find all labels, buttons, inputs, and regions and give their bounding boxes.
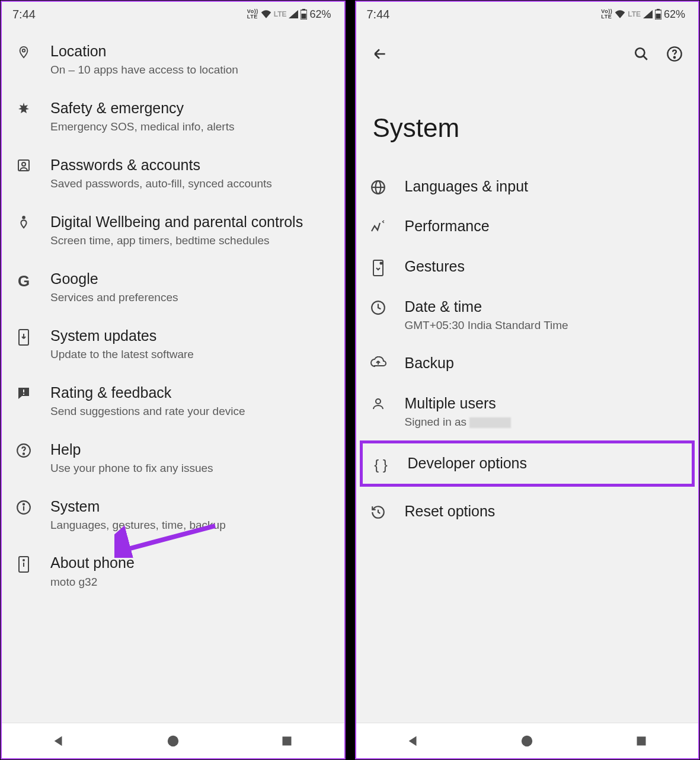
sidebar-item-help[interactable]: Help Use your phone to fix any issues (2, 430, 344, 487)
item-title: System (50, 497, 331, 516)
sidebar-item-passwords[interactable]: Passwords & accounts Saved passwords, au… (2, 145, 344, 202)
item-title: Google (50, 270, 331, 288)
sidebar-item-location[interactable]: Location On – 10 apps have access to loc… (2, 31, 344, 88)
braces-icon: { } (374, 456, 388, 473)
system-list[interactable]: Languages & input Performance Gestures D… (356, 167, 699, 723)
status-time: 7:44 (367, 8, 390, 21)
svg-point-35 (522, 735, 532, 746)
svg-point-6 (23, 216, 25, 219)
item-title: Location (50, 42, 331, 60)
svg-point-14 (23, 503, 24, 504)
svg-point-5 (22, 162, 25, 166)
status-icons: Vo))LTE LTE 62% (601, 8, 685, 21)
svg-line-25 (643, 56, 647, 60)
phone-download-icon (18, 329, 29, 346)
nav-home-icon[interactable] (159, 735, 187, 748)
nav-back-icon[interactable] (399, 735, 427, 748)
sidebar-item-google[interactable]: G Google Services and preferences (2, 259, 344, 316)
wifi-icon (615, 10, 625, 18)
phone-info-icon (18, 556, 29, 573)
item-sub: Emergency SOS, medical info, alerts (50, 120, 331, 135)
svg-point-34 (376, 399, 381, 404)
item-sub: Use your phone to fix any issues (50, 461, 331, 476)
item-title: System updates (50, 327, 331, 345)
item-title: Languages & input (405, 177, 686, 196)
svg-rect-22 (657, 9, 660, 10)
item-developer[interactable]: { } Developer options (363, 443, 692, 484)
item-title: Developer options (408, 454, 683, 472)
reset-history-icon (370, 504, 386, 520)
help-circle-icon (16, 443, 31, 458)
item-sub: Screen time, app timers, bedtime schedul… (50, 234, 331, 248)
help-button[interactable] (663, 42, 686, 66)
highlight-annotation: { } Developer options (360, 440, 695, 487)
svg-rect-1 (302, 9, 305, 10)
item-sub: Update to the latest software (50, 347, 331, 362)
nav-back-icon[interactable] (44, 735, 73, 748)
sidebar-item-safety[interactable]: Safety & emergency Emergency SOS, medica… (2, 88, 344, 145)
gestures-phone-icon (372, 260, 384, 276)
feedback-icon (17, 386, 31, 400)
item-gestures[interactable]: Gestures (356, 247, 699, 287)
item-title: Performance (405, 217, 686, 235)
item-sub: Services and preferences (50, 290, 331, 305)
svg-point-18 (168, 735, 178, 746)
lte-icon: LTE (274, 10, 287, 18)
battery-percent: 62% (309, 8, 331, 21)
app-header (356, 27, 699, 72)
volte-icon: Vo))LTE (601, 9, 612, 20)
item-sub: Saved passwords, auto-fill, synced accou… (50, 177, 331, 191)
status-icons: Vo))LTE LTE 62% (247, 8, 331, 21)
item-datetime[interactable]: Date & time GMT+05:30 India Standard Tim… (356, 287, 699, 344)
battery-icon (301, 9, 307, 20)
svg-point-3 (23, 49, 25, 52)
sidebar-item-updates[interactable]: System updates Update to the latest soft… (2, 316, 344, 373)
info-circle-icon (16, 500, 31, 515)
item-title: Backup (405, 354, 686, 372)
svg-rect-23 (656, 14, 660, 19)
item-title: Rating & feedback (50, 384, 331, 402)
battery-icon (655, 9, 661, 20)
nav-recents-icon[interactable] (627, 735, 656, 747)
account-box-icon (17, 158, 31, 173)
back-button[interactable] (368, 42, 392, 66)
item-title: Multiple users (405, 394, 686, 413)
medical-asterisk-icon (17, 101, 31, 116)
item-users[interactable]: Multiple users Signed in as (356, 384, 699, 440)
item-title: Gestures (405, 257, 686, 276)
sidebar-item-system[interactable]: System Languages, gestures, time, backup (2, 487, 344, 544)
item-sub: Signed in as (405, 415, 686, 430)
settings-list[interactable]: Location On – 10 apps have access to loc… (2, 27, 344, 723)
search-button[interactable] (629, 42, 653, 66)
nav-home-icon[interactable] (513, 735, 541, 748)
sidebar-item-feedback[interactable]: Rating & feedback Send suggestions and r… (2, 373, 344, 430)
status-time: 7:44 (12, 8, 36, 21)
globe-icon (370, 180, 386, 195)
status-bar: 7:44 Vo))LTE LTE 62% (2, 2, 344, 27)
status-bar: 7:44 Vo))LTE LTE 62% (356, 2, 699, 27)
sidebar-item-wellbeing[interactable]: Digital Wellbeing and parental controls … (2, 202, 344, 259)
nav-bar (2, 723, 344, 758)
sidebar-item-about[interactable]: About phone moto g32 (2, 543, 344, 600)
nav-recents-icon[interactable] (273, 735, 301, 747)
cloud-up-icon (370, 356, 386, 368)
wellbeing-icon (17, 215, 30, 231)
svg-point-17 (23, 560, 24, 561)
svg-point-24 (635, 48, 644, 57)
item-languages[interactable]: Languages & input (356, 167, 699, 206)
redacted-username (469, 417, 511, 428)
svg-point-27 (674, 57, 675, 58)
item-performance[interactable]: Performance (356, 206, 699, 246)
item-title: Reset options (405, 502, 686, 520)
phone-left: 7:44 Vo))LTE LTE 62% Location On – 10 ap… (1, 1, 346, 759)
page-title: System (356, 72, 699, 167)
wifi-icon (261, 10, 271, 18)
item-backup[interactable]: Backup (356, 343, 699, 383)
signal-icon (643, 10, 653, 18)
svg-point-32 (380, 262, 382, 264)
item-title: Date & time (405, 298, 686, 316)
item-reset[interactable]: Reset options (356, 491, 699, 531)
google-icon: G (18, 272, 30, 290)
svg-rect-36 (637, 736, 645, 745)
item-title: Passwords & accounts (50, 156, 331, 174)
